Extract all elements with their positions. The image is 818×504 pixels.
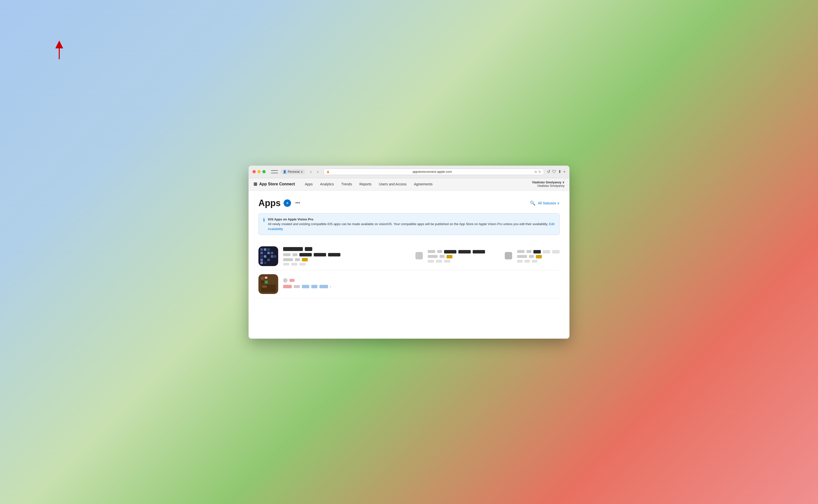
person-icon: 👤 xyxy=(283,170,287,174)
share-button[interactable]: ⬆ xyxy=(558,169,561,174)
svg-rect-16 xyxy=(260,262,263,264)
user-name-sub: Vladislav Smolyanoy xyxy=(537,184,565,188)
app-meta-9 xyxy=(291,263,297,266)
svg-rect-3 xyxy=(264,248,266,251)
svg-rect-6 xyxy=(264,252,266,254)
extension-icon[interactable]: 🛡 xyxy=(552,170,556,174)
nav-users-access[interactable]: Users and Access xyxy=(379,178,407,190)
app-icon-svg-3 xyxy=(505,252,512,259)
picture-in-picture-icon: ⧉ xyxy=(535,170,537,174)
search-button[interactable]: 🔍 xyxy=(530,200,535,206)
svg-rect-14 xyxy=(267,259,270,261)
nav-analytics[interactable]: Analytics xyxy=(320,178,334,190)
svg-rect-8 xyxy=(271,252,273,254)
main-content: Apps + ••• 🔍 All Statuses ∨ ℹ iOS App xyxy=(249,191,569,339)
page-header: Apps + ••• 🔍 All Statuses ∨ xyxy=(258,198,560,208)
app-meta-2 xyxy=(292,253,297,256)
svg-rect-5 xyxy=(260,252,263,254)
more-options-button[interactable]: ••• xyxy=(294,199,301,207)
svg-rect-25 xyxy=(262,286,267,288)
info-icon: ℹ xyxy=(263,217,265,223)
user-name-top: Vladislav Smolyanoy ∨ xyxy=(532,181,565,184)
svg-rect-17 xyxy=(415,252,423,259)
profile-button[interactable]: 👤 Personal ∨ xyxy=(281,169,305,174)
app-row xyxy=(258,242,560,270)
lock-icon: 🔒 xyxy=(326,170,330,173)
app-list: › xyxy=(258,242,560,298)
app-name-redacted xyxy=(283,247,303,251)
profile-label: Personal xyxy=(288,170,299,174)
app-icon-svg-1 xyxy=(258,246,278,266)
svg-rect-4 xyxy=(267,248,270,251)
forward-button[interactable]: › xyxy=(315,169,321,175)
svg-rect-10 xyxy=(264,255,266,258)
app-meta-3 xyxy=(299,253,312,256)
url-text: appstoreconnect.apple.com xyxy=(331,170,533,174)
nav-links: Apps Analytics Trends Reports Users and … xyxy=(305,178,532,190)
app-info-row3 xyxy=(517,250,560,263)
new-tab-button[interactable]: + xyxy=(563,170,565,174)
app-meta-4 xyxy=(314,253,326,256)
title-bar: 👤 Personal ∨ ‹ › 🔒 appstoreconnect.apple… xyxy=(249,166,569,178)
page-title: Apps xyxy=(258,198,281,208)
app-store-icon: ⊞ xyxy=(253,181,257,187)
traffic-lights xyxy=(253,170,266,173)
reload-button[interactable]: ↻ xyxy=(538,170,541,174)
app-store-connect-logo[interactable]: ⊞ App Store Connect xyxy=(253,181,295,187)
app-meta-7 xyxy=(295,258,300,261)
app-icon-brown[interactable] xyxy=(258,274,278,294)
app-meta-6 xyxy=(283,258,293,261)
svg-rect-21 xyxy=(265,277,267,279)
info-banner: ℹ iOS Apps on Apple Vision Pro All newly… xyxy=(258,213,560,235)
app-meta-10 xyxy=(299,263,306,266)
svg-rect-23 xyxy=(265,281,268,284)
app-meta-1 xyxy=(283,253,291,256)
reload-extension-button[interactable]: ↺ xyxy=(547,169,550,174)
svg-rect-13 xyxy=(260,259,263,261)
app-row-item-2 xyxy=(415,250,485,263)
app-icon-2[interactable] xyxy=(415,252,423,260)
svg-rect-9 xyxy=(260,255,263,258)
app-info-1 xyxy=(283,247,396,266)
nav-apps[interactable]: Apps xyxy=(305,178,313,190)
fullscreen-button[interactable] xyxy=(262,170,266,173)
app-icon-svg-2 xyxy=(415,252,423,259)
sidebar-toggle-button[interactable] xyxy=(271,169,278,174)
svg-rect-2 xyxy=(260,248,263,251)
user-menu[interactable]: Vladislav Smolyanoy ∨ Vladislav Smolyano… xyxy=(532,181,565,188)
svg-rect-7 xyxy=(267,252,270,254)
app-meta-5 xyxy=(328,253,340,256)
minimize-button[interactable] xyxy=(257,170,261,173)
nav-agreements[interactable]: Agreements xyxy=(414,178,432,190)
status-filter-button[interactable]: All Statuses ∨ xyxy=(538,201,560,205)
banner-title: iOS Apps on Apple Vision Pro xyxy=(268,217,313,221)
svg-rect-15 xyxy=(264,262,266,264)
app-icon-1[interactable] xyxy=(258,246,278,266)
app-row-item-3 xyxy=(505,250,560,263)
app-meta-8 xyxy=(283,263,289,266)
app-info-brown: › xyxy=(283,278,560,290)
svg-rect-20 xyxy=(261,277,264,280)
nav-trends[interactable]: Trends xyxy=(341,178,352,190)
nav-arrows: ‹ › xyxy=(308,169,321,175)
app-icon-3[interactable] xyxy=(505,252,512,260)
banner-text: iOS Apps on Apple Vision Pro All newly c… xyxy=(268,217,555,232)
more-chevron: › xyxy=(330,285,331,289)
app-store-connect-title: App Store Connect xyxy=(259,182,295,186)
add-app-button[interactable]: + xyxy=(284,199,291,207)
chevron-down-icon: ∨ xyxy=(301,170,303,174)
app-row-2: › xyxy=(258,270,560,298)
app-info-row2 xyxy=(428,250,485,263)
banner-body: All newly created and existing compatibl… xyxy=(268,222,548,226)
header-right: 🔍 All Statuses ∨ xyxy=(530,200,560,206)
svg-rect-18 xyxy=(505,252,512,259)
svg-rect-11 xyxy=(271,255,273,258)
back-button[interactable]: ‹ xyxy=(308,169,314,175)
nav-reports[interactable]: Reports xyxy=(359,178,371,190)
app-status-badge xyxy=(302,258,308,261)
svg-rect-22 xyxy=(261,281,264,284)
browser-actions: ↺ 🛡 ⬆ + xyxy=(547,169,565,174)
close-button[interactable] xyxy=(253,170,256,173)
url-bar[interactable]: 🔒 appstoreconnect.apple.com ⧉ ↻ xyxy=(324,169,544,175)
svg-rect-12 xyxy=(274,255,276,258)
